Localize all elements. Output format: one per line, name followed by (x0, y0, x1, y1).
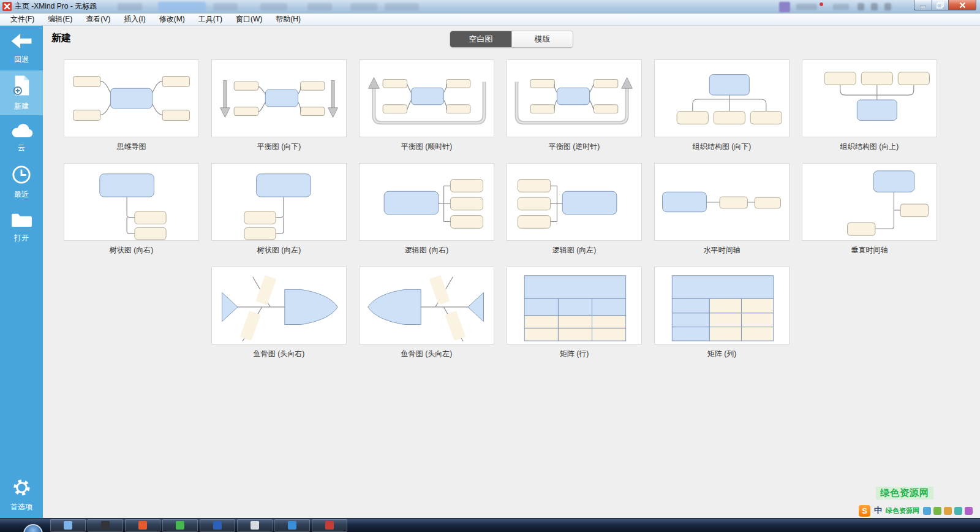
taskbar-app-3[interactable] (125, 519, 160, 532)
template-card-tree-left[interactable]: 树状图 (向左) (211, 163, 347, 254)
template-thumbnail-logic-left (507, 163, 642, 241)
tab-blank-maps[interactable]: 空白图 (450, 31, 511, 47)
system-tray: S 中 绿色资源网 (859, 504, 973, 517)
main-content: 新建 空白图 模版 思维导图平衡图 (向下) 平衡图 (顺时针) 平衡图 (逆时… (43, 26, 980, 532)
background-window-artifact (260, 3, 287, 10)
template-card-balance-cw[interactable]: 平衡图 (顺时针) (359, 59, 494, 151)
template-label: 平衡图 (顺时针) (359, 142, 494, 151)
menu-item-4[interactable]: 插入(I) (117, 13, 152, 25)
template-thumbnail-tree-right (64, 163, 199, 241)
template-card-org-down[interactable]: 组织结构图 (向下) (654, 59, 790, 151)
template-card-timeline-h[interactable]: 水平时间轴 (654, 163, 790, 254)
template-thumbnail-fishbone-right (211, 267, 347, 344)
menu-item-3[interactable]: 查看(V) (79, 13, 117, 25)
view-toggle: 空白图 模版 (450, 31, 573, 48)
sidebar-item-label: 回退 (14, 55, 29, 65)
template-thumbnail-balance-cw (359, 59, 494, 137)
template-thumbnail-fishbone-left (359, 267, 494, 344)
taskbar-app-icon-6 (251, 521, 259, 530)
menu-item-7[interactable]: 窗口(W) (229, 13, 269, 25)
close-button[interactable] (949, 0, 976, 10)
sidebar-item-label: 打开 (14, 233, 29, 243)
template-thumbnail-matrix-row (507, 267, 642, 344)
taskbar-app-2[interactable] (88, 519, 123, 532)
menu-item-5[interactable]: 修改(M) (153, 13, 192, 25)
xmind-app-icon (2, 2, 12, 13)
template-card-balance-ccw[interactable]: 平衡图 (逆时针) (507, 59, 642, 151)
ime-language-indicator[interactable]: 中 (874, 505, 882, 516)
background-window-artifact (158, 2, 206, 12)
taskbar-app-icon-3 (138, 521, 147, 530)
taskbar-app-5[interactable] (200, 519, 235, 532)
menu-item-1[interactable]: 文件(F) (4, 13, 41, 25)
folder-icon (10, 211, 33, 230)
window-controls (914, 0, 976, 10)
tray-icon-1[interactable] (923, 507, 931, 515)
minimize-button[interactable] (914, 0, 932, 10)
template-label: 逻辑图 (向右) (359, 245, 494, 254)
taskbar (0, 518, 980, 532)
menu-item-6[interactable]: 工具(T) (192, 13, 229, 25)
maximize-restore-button[interactable] (932, 0, 949, 10)
template-thumbnail-org-down (654, 59, 790, 137)
background-window-artifact (213, 3, 238, 10)
tray-icon-4[interactable] (954, 507, 962, 515)
menu-item-2[interactable]: 编辑(E) (41, 13, 79, 25)
template-card-logic-right[interactable]: 逻辑图 (向右) (359, 163, 494, 254)
template-thumbnail-balance-down (211, 59, 347, 137)
sidebar-item-label: 新建 (14, 101, 29, 112)
background-window-artifact (118, 3, 142, 10)
template-label: 垂直时间轴 (802, 245, 937, 254)
taskbar-app-icon-2 (101, 521, 110, 530)
start-button[interactable] (23, 524, 43, 532)
taskbar-app-icon-8 (325, 521, 334, 530)
sidebar-item-open[interactable]: 打开 (0, 205, 43, 249)
taskbar-app-7[interactable] (274, 519, 310, 532)
cloud-icon (9, 123, 34, 140)
tray-icon-5[interactable] (965, 507, 973, 515)
menu-item-8[interactable]: 帮助(H) (269, 13, 307, 25)
tab-templates[interactable]: 模版 (511, 31, 573, 47)
template-card-logic-left[interactable]: 逻辑图 (向左) (507, 163, 642, 254)
taskbar-app-icon-5 (213, 521, 222, 530)
template-card-timeline-v[interactable]: 垂直时间轴 (802, 163, 937, 254)
sidebar-item-label: 首选项 (10, 502, 32, 512)
sidebar-item-new[interactable]: 新建 (0, 70, 43, 115)
taskbar-app-icon-7 (288, 521, 296, 530)
tray-icon-2[interactable] (933, 507, 941, 515)
template-label: 逻辑图 (向左) (507, 245, 642, 254)
sidebar-item-back[interactable]: 回退 (0, 26, 43, 70)
template-label: 水平时间轴 (654, 245, 790, 254)
sidebar-item-cloud[interactable]: 云 (0, 115, 43, 160)
background-window-artifact (820, 2, 823, 6)
sidebar-item-preferences[interactable]: 首选项 (0, 472, 43, 518)
template-thumbnail-timeline-h (654, 163, 790, 241)
taskbar-app-1[interactable] (50, 519, 86, 532)
template-label: 组织结构图 (向上) (802, 142, 937, 151)
template-label: 思维导图 (64, 142, 199, 151)
template-card-fishbone-left[interactable]: 鱼骨图 (头向左) (359, 267, 494, 358)
template-label: 鱼骨图 (头向左) (359, 349, 494, 358)
template-label: 鱼骨图 (头向右) (211, 349, 347, 358)
template-thumbnail-mind-map (64, 59, 199, 137)
taskbar-app-8[interactable] (312, 519, 347, 532)
background-window-artifact (779, 2, 790, 12)
template-label: 组织结构图 (向下) (654, 142, 790, 151)
template-grid: 思维导图平衡图 (向下) 平衡图 (顺时针) 平衡图 (逆时针)组织结构图 (向… (64, 59, 949, 370)
template-card-matrix-row[interactable]: 矩阵 (行) (507, 267, 642, 358)
template-label: 树状图 (向右) (64, 245, 199, 254)
template-card-matrix-col[interactable]: 矩阵 (列) (654, 267, 790, 358)
sogou-ime-icon[interactable]: S (859, 505, 870, 517)
template-card-org-up[interactable]: 组织结构图 (向上) (802, 59, 937, 151)
template-card-balance-down[interactable]: 平衡图 (向下) (211, 59, 347, 151)
template-card-fishbone-right[interactable]: 鱼骨图 (头向右) (211, 267, 347, 358)
taskbar-app-4[interactable] (162, 519, 198, 532)
template-card-tree-right[interactable]: 树状图 (向右) (64, 163, 199, 254)
window-title: 主页 -XMind Pro - 无标题 (15, 0, 97, 13)
sidebar-item-recent[interactable]: 最近 (0, 160, 43, 205)
template-row-3: 鱼骨图 (头向右)鱼骨图 (头向左)矩阵 (行)矩阵 (列) (64, 267, 937, 358)
taskbar-app-6[interactable] (237, 519, 273, 532)
template-label: 平衡图 (逆时针) (507, 142, 642, 151)
template-card-mind-map[interactable]: 思维导图 (64, 59, 199, 151)
tray-icon-3[interactable] (944, 507, 952, 515)
